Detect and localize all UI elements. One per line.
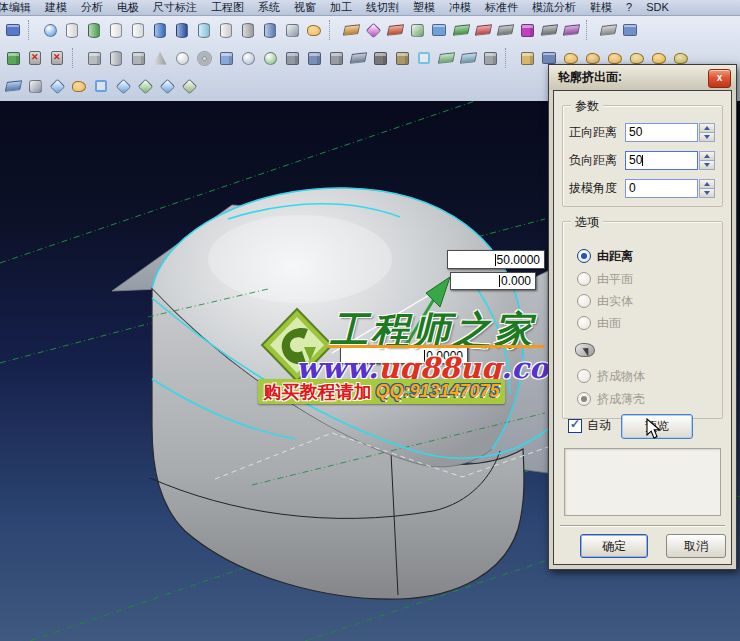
radio-by-distance[interactable]: 由距离	[577, 248, 633, 264]
radio-by-face[interactable]: 由面	[577, 315, 621, 331]
cube-corner-icon[interactable]	[215, 46, 237, 70]
surface-save-icon[interactable]	[428, 18, 450, 42]
spin-up-button[interactable]	[699, 123, 715, 133]
delete-solid-icon[interactable]	[24, 46, 46, 70]
menu-item[interactable]: 建模	[38, 0, 74, 15]
radio-by-plane[interactable]: 由平面	[577, 271, 633, 287]
menu-item[interactable]: 鞋模	[583, 0, 619, 15]
cone-primitive-icon[interactable]	[149, 46, 171, 70]
sketch-hand-icon[interactable]	[68, 74, 90, 98]
tools-icon[interactable]	[281, 18, 303, 42]
surface-trim-icon[interactable]	[560, 18, 582, 42]
menu-item[interactable]: 模流分析	[525, 0, 583, 15]
cylinder-shell-icon[interactable]	[127, 18, 149, 42]
surface-delete-icon[interactable]	[384, 18, 406, 42]
sphere-cut-icon[interactable]	[237, 46, 259, 70]
negative-distance-spinner[interactable]	[699, 151, 715, 170]
cylinder-copy-icon[interactable]	[259, 18, 281, 42]
select-points-icon[interactable]	[303, 18, 325, 42]
menu-item[interactable]: 冲模	[442, 0, 478, 15]
surface-stack-icon[interactable]	[494, 18, 516, 42]
menu-item[interactable]: ?	[619, 0, 639, 15]
shape-green-icon[interactable]	[2, 46, 24, 70]
menu-item[interactable]: 塑模	[406, 0, 442, 15]
stamp-down-icon[interactable]	[457, 46, 479, 70]
box-primitive-icon[interactable]	[83, 46, 105, 70]
cylinder-hollow-icon[interactable]	[105, 18, 127, 42]
menu-item[interactable]: SDK	[639, 0, 676, 15]
menu-item[interactable]: 加工	[323, 0, 359, 15]
dialog-titlebar[interactable]: 轮廓挤出面: x	[549, 65, 736, 90]
sphere-primitive-icon[interactable]	[171, 46, 193, 70]
positive-distance-spinner[interactable]	[699, 123, 715, 142]
menu-item[interactable]: 工程图	[204, 0, 251, 15]
cube-face-icon[interactable]	[303, 46, 325, 70]
distance-positive-input[interactable]: 50.0000	[447, 250, 545, 269]
menu-item[interactable]: 尺寸标注	[146, 0, 204, 15]
link-wrench-icon[interactable]	[24, 74, 46, 98]
cube-grid-icon[interactable]	[90, 74, 112, 98]
sync-icon[interactable]	[39, 18, 61, 42]
surface-bend-icon[interactable]	[2, 74, 24, 98]
solid-purple-icon[interactable]	[516, 18, 538, 42]
cube-frame-icon[interactable]	[413, 46, 435, 70]
stamp-up-icon[interactable]	[435, 46, 457, 70]
spin-down-button[interactable]	[699, 133, 715, 142]
sheet-open-icon[interactable]	[347, 46, 369, 70]
positive-distance-field[interactable]: 50	[625, 123, 698, 142]
radio-extrude-shell[interactable]: 挤成薄壳	[577, 391, 645, 407]
cylinder-primitive-icon[interactable]	[105, 46, 127, 70]
distance-negative-input[interactable]: 0.000	[450, 272, 536, 290]
cylinder-solid-icon[interactable]	[149, 18, 171, 42]
menu-item[interactable]: 线切割	[359, 0, 406, 15]
cube-edit-icon[interactable]	[479, 46, 501, 70]
negative-distance-field[interactable]: 50	[625, 151, 698, 170]
menu-item[interactable]: 视窗	[287, 0, 323, 15]
spin-up-button[interactable]	[699, 179, 715, 189]
menu-item[interactable]: 电极	[110, 0, 146, 15]
spin-down-button[interactable]	[699, 189, 715, 198]
cube-gray-icon[interactable]	[325, 46, 347, 70]
spin-down-button[interactable]	[699, 161, 715, 170]
cylinder-dark-icon[interactable]	[171, 18, 193, 42]
spin-up-button[interactable]	[699, 151, 715, 161]
draft-angle-spinner[interactable]	[699, 179, 715, 198]
sphere-green-icon[interactable]	[259, 46, 281, 70]
surface-flip-icon[interactable]	[450, 18, 472, 42]
close-button[interactable]: x	[708, 69, 731, 88]
plane-xy-icon[interactable]	[134, 74, 156, 98]
menu-item[interactable]: 系统	[251, 0, 287, 15]
replace-solid-icon[interactable]	[46, 46, 68, 70]
pick-entity-icon[interactable]	[575, 340, 601, 360]
surface-purple-icon[interactable]	[362, 18, 384, 42]
surface-gray-icon[interactable]	[597, 18, 619, 42]
radio-by-solid[interactable]: 由实体	[577, 293, 633, 309]
cancel-button[interactable]: 取消	[666, 534, 726, 558]
surface-bridge-icon[interactable]	[406, 18, 428, 42]
export-disk-icon[interactable]	[619, 18, 641, 42]
plane-flip-icon[interactable]	[178, 74, 200, 98]
surface-rainbow-icon[interactable]	[472, 18, 494, 42]
cylinder-icon[interactable]	[61, 18, 83, 42]
panel-blue-icon[interactable]	[2, 18, 24, 42]
hexagon-primitive-icon[interactable]	[127, 46, 149, 70]
ok-button[interactable]: 确定	[580, 534, 648, 558]
box-dark-icon[interactable]	[369, 46, 391, 70]
cylinder-light-icon[interactable]	[193, 18, 215, 42]
plane-drop-icon[interactable]	[112, 74, 134, 98]
box-lid-icon[interactable]	[391, 46, 413, 70]
torus-primitive-icon[interactable]	[193, 46, 215, 70]
menu-item[interactable]: 分析	[74, 0, 110, 15]
plane-uv-icon[interactable]	[156, 74, 178, 98]
menu-item[interactable]: 标准件	[478, 0, 525, 15]
sketch-plane-icon[interactable]	[46, 74, 68, 98]
auto-checkbox[interactable]	[568, 419, 582, 433]
draft-angle-field[interactable]: 0	[625, 179, 698, 198]
cylinder-section-icon[interactable]	[83, 18, 105, 42]
cylinder-mesh-icon[interactable]	[237, 18, 259, 42]
surface-gold-icon[interactable]	[340, 18, 362, 42]
cube-sphere-icon[interactable]	[281, 46, 303, 70]
surface-layers-icon[interactable]	[538, 18, 560, 42]
cylinder-open-icon[interactable]	[215, 18, 237, 42]
menu-item[interactable]: 体编辑	[0, 0, 38, 15]
